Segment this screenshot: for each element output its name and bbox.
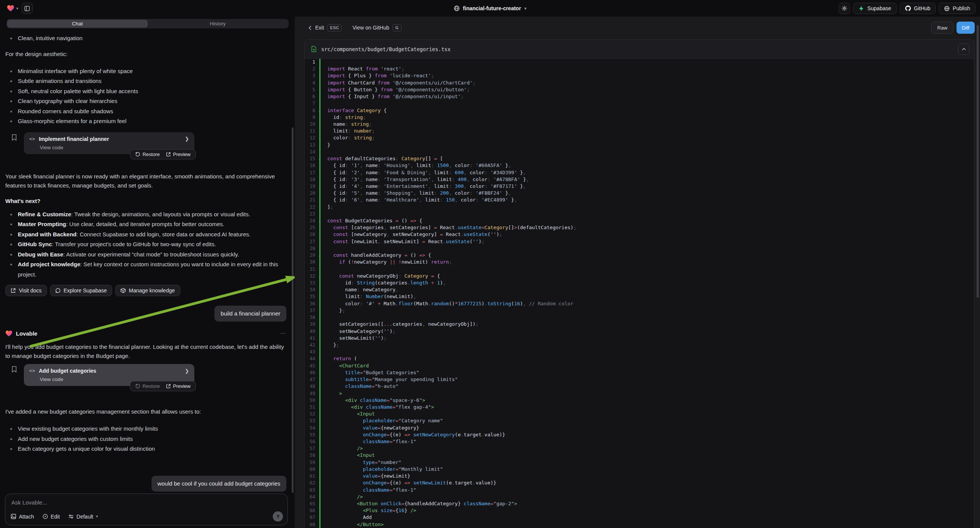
diff-toggle-button[interactable]: Diff (956, 22, 975, 34)
list-item: Master Prompting: Use clear, detailed, a… (5, 219, 286, 229)
attach-image-icon (11, 514, 16, 519)
external-link-icon (11, 288, 16, 293)
github-button[interactable]: GitHub (900, 3, 936, 14)
code-line: 35 limit: Number(newLimit), (305, 293, 974, 300)
list-item: Refine & Customize: Tweak the design, an… (5, 210, 286, 220)
supabase-button[interactable]: Supabase (853, 3, 896, 14)
version-card-add-budget-categories[interactable]: <> Add budget categories ❯ View code Res… (24, 364, 194, 386)
collapse-file-button[interactable] (958, 44, 969, 55)
bookmark-icon[interactable] (11, 134, 17, 141)
code-line: 44 return ( (305, 355, 974, 362)
code-line: 46 title="Budget Categories" (305, 369, 974, 376)
github-icon (905, 5, 911, 11)
external-link-icon (166, 152, 171, 157)
whats-next-heading: What's next? (5, 197, 286, 206)
chevron-down-icon: ▾ (96, 514, 98, 519)
preview-button[interactable]: Preview (166, 151, 191, 157)
tab-chat[interactable]: Chat (7, 20, 148, 28)
code-line: 64 /> (305, 493, 974, 500)
project-switcher[interactable]: financial-future-creator ▾ (453, 5, 527, 11)
settings-button[interactable] (839, 3, 850, 14)
list-item: Each category gets a unique color for vi… (5, 444, 286, 454)
publish-button[interactable]: Publish (939, 3, 975, 14)
view-on-github-button[interactable]: View on GitHub G (352, 24, 401, 32)
restore-icon (135, 152, 140, 157)
arrow-up-icon (276, 514, 280, 519)
code-line: 37 }; (305, 307, 974, 314)
code-line: 59 type="number" (305, 459, 974, 466)
code-line: 5import { Button } from '@/components/ui… (305, 86, 974, 93)
tab-history[interactable]: History (148, 20, 288, 28)
sliders-icon (68, 514, 74, 519)
message-menu-icon[interactable]: ⋯ (280, 330, 286, 337)
sidebar-toggle-button[interactable] (22, 3, 33, 14)
restore-button[interactable]: Restore (135, 151, 160, 157)
user-message: build a financial planner (215, 306, 286, 321)
chevron-right-icon[interactable]: ❯ (185, 136, 189, 142)
code-line: 60 placeholder="Monthly limit" (305, 466, 974, 473)
app-window: ▾ financial-future-creator ▾ (0, 0, 980, 528)
list-item: Debug with Ease: Activate our experiment… (5, 250, 286, 260)
explore-supabase-button[interactable]: Explore Supabase (50, 285, 112, 296)
file-header[interactable]: src/components/budget/BudgetCategories.t… (305, 40, 974, 59)
code-line: 47 subtitle="Manage your spending limits… (305, 376, 974, 383)
code-line: 11 limit: number; (305, 128, 974, 134)
exit-button[interactable]: Exit ESC (309, 24, 342, 32)
code-line: 53 placeholder="Category name" (305, 417, 974, 424)
manage-knowledge-button[interactable]: Manage knowledge (115, 285, 180, 296)
restore-icon (135, 384, 140, 389)
list-item: Clean typography with clear hierarchies (5, 96, 286, 107)
code-line: 52 <Input (305, 410, 974, 417)
model-selector[interactable]: Default ▾ (68, 514, 98, 520)
version-card-implement-financial-planner[interactable]: <> Implement financial planner ❯ View co… (24, 132, 194, 154)
assistant-paragraph: Your sleek financial planner is now read… (5, 172, 286, 190)
chat-scrollbar[interactable] (292, 127, 294, 493)
visit-docs-button[interactable]: Visit docs (5, 285, 47, 296)
code-line: 17 { id: '2', name: 'Food & Dining', lim… (305, 169, 974, 176)
code-line: 31 (305, 266, 974, 273)
code-line: 32⌄ const newCategoryObj: Category = { (305, 273, 974, 280)
code-scrollbar[interactable] (977, 25, 979, 298)
edit-mode-button[interactable]: Edit (43, 514, 60, 520)
code-line: 54 value={newCategory} (305, 425, 974, 431)
code-line: 16 { id: '1', name: 'Housing', limit: 15… (305, 162, 974, 169)
code-line: 9 id: string; (305, 114, 974, 121)
code-line: 50 <div className="space-y-6"> (305, 397, 974, 404)
code-line: 28 (305, 245, 974, 252)
chevron-up-icon (962, 48, 966, 50)
chat-input-box[interactable]: Ask Lovable... Attach Edit (5, 493, 288, 525)
code-line: 21 { id: '6', name: 'Healthcare', limit:… (305, 197, 974, 204)
attach-button[interactable]: Attach (11, 514, 34, 520)
list-item: Rounded corners and subtle shadows (5, 107, 286, 117)
chat-message-list: Clean, intuitive navigation For the desi… (0, 31, 295, 528)
list-item: Add new budget categories with custom li… (5, 434, 286, 444)
send-button[interactable] (273, 511, 283, 522)
code-line: 19 { id: '4', name: 'Entertainment', lim… (305, 183, 974, 190)
code-line: 8⌄interface Category { (305, 107, 974, 114)
preview-button[interactable]: Preview (166, 383, 191, 389)
code-line: 49 > (305, 390, 974, 397)
code-line: 42 }; (305, 342, 974, 348)
gear-icon (842, 5, 847, 11)
esc-kbd: ESC (327, 24, 342, 32)
code-line: 39 setCategories([...categories, newCate… (305, 321, 974, 328)
restore-button[interactable]: Restore (135, 383, 160, 389)
code-line: 41 setNewLimit(''); (305, 335, 974, 342)
lovable-logo-icon[interactable]: ▾ (7, 5, 19, 12)
code-line: 45 <ChartCard (305, 363, 974, 369)
list-item: GitHub Sync: Transfer your project's cod… (5, 239, 286, 250)
chevron-right-icon[interactable]: ❯ (185, 368, 189, 374)
bookmark-icon[interactable] (11, 366, 17, 373)
file-added-icon (311, 46, 317, 52)
version-actions: Restore Preview (130, 149, 196, 159)
code-editor[interactable]: 12import React from 'react';3import { Pl… (305, 59, 974, 528)
code-line: 1 (305, 59, 974, 65)
code-line: 48 className="h-auto" (305, 383, 974, 390)
code-line: 36 color: '#' + Math.floor(Math.random()… (305, 301, 974, 307)
list-item: Add project knowledge: Set key context o… (5, 259, 286, 280)
raw-toggle-button[interactable]: Raw (931, 22, 953, 34)
code-panel: Exit ESC View on GitHub G Raw Diff src/c… (295, 17, 980, 528)
file-path: src/components/budget/BudgetCategories.t… (321, 46, 450, 52)
globe-icon (453, 5, 460, 11)
code-line: 13} (305, 142, 974, 148)
